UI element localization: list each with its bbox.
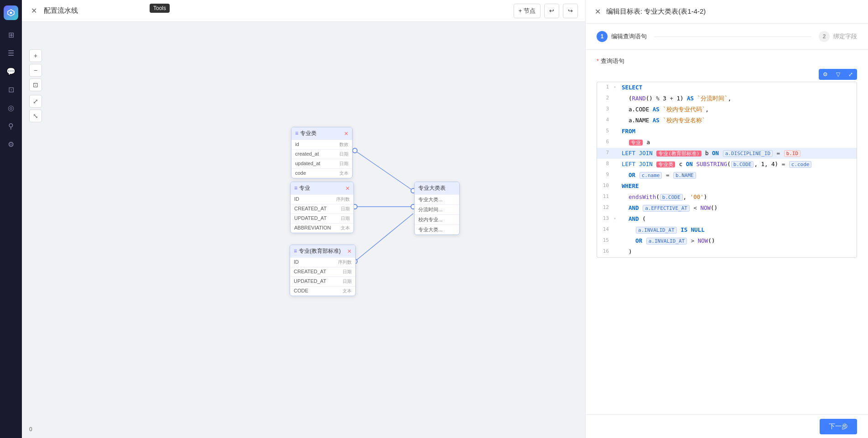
step-2-label: 绑定字段 [833, 32, 857, 41]
svg-line-8 [355, 214, 413, 261]
code-editor[interactable]: 1 ▾ SELECT 2 (RAND() % 3 + 1) AS `分流时间`,… [597, 82, 857, 258]
step-1[interactable]: 1 编辑查询语句 [597, 31, 647, 42]
table-row: ID序列数 [290, 257, 355, 267]
sidebar-icon-table[interactable]: ⊡ [4, 82, 18, 97]
zoom-in-button[interactable]: + [29, 49, 42, 62]
close-button[interactable]: ✕ [29, 6, 38, 16]
step-1-label: 编辑查询语句 [611, 32, 647, 41]
table-header-zhuanye: ≡专业 ✕ [291, 182, 353, 194]
expand-controls: ⤢ ⤡ [29, 95, 42, 122]
expand-button[interactable]: ⤢ [29, 95, 42, 108]
result-row: 专业大类... [415, 194, 459, 204]
code-line-6: 6 专业 a [597, 137, 857, 148]
table-zhuanyel[interactable]: ≡专业类 ✕ id数效 created_at日期 updated_at日期 co… [291, 127, 353, 178]
redo-button[interactable]: ↪ [563, 4, 578, 18]
right-panel-header: ✕ 编辑目标表: 专业大类表(表1-4-2) [586, 0, 868, 24]
table-row: created_at日期 [291, 149, 352, 159]
step-divider [654, 36, 811, 37]
collapse-button[interactable]: ⤡ [29, 110, 42, 122]
table-row: CREATED_AT日期 [291, 204, 353, 214]
table-row: ABBREVIATION文本 [291, 223, 353, 233]
add-node-button[interactable]: + 节点 [514, 4, 541, 18]
table-row: code文本 [291, 168, 352, 178]
code-line-7: 7 LEFT JOIN 专业(教育部标准) b ON a.DISCIPLINE_… [597, 148, 857, 159]
svg-point-4 [353, 148, 357, 153]
table-row: updated_at日期 [291, 159, 352, 168]
tools-tooltip: Tools [150, 4, 170, 13]
steps: 1 编辑查询语句 2 绑定字段 [586, 24, 868, 50]
app-logo [4, 5, 18, 20]
code-line-13: 13 ▾ AND ( [597, 214, 857, 224]
delete-table-zhuanyel[interactable]: ✕ [344, 130, 348, 137]
code-line-4: 4 a.NAME AS `校内专业名称` [597, 115, 857, 126]
result-header: 专业大类表 [415, 182, 459, 194]
code-line-2: 2 (RAND() % 3 + 1) AS `分流时间`, [597, 93, 857, 104]
canvas-controls: + − ⊡ [29, 49, 42, 91]
table-row: UPDATED_AT日期 [290, 276, 355, 286]
sidebar: ⊞ ☰ 💬 ⊡ ◎ ⚲ ⚙ [0, 0, 22, 438]
svg-line-2 [355, 151, 413, 191]
svg-point-1 [10, 12, 12, 14]
right-panel-footer: 下一步 [586, 414, 868, 438]
result-row: 校内专业... [415, 214, 459, 224]
table-row: ID序列数 [291, 194, 353, 204]
sidebar-icon-settings[interactable]: ⚙ [4, 137, 18, 151]
result-row: 专业大类... [415, 224, 459, 235]
code-line-5: 5 FROM [597, 126, 857, 137]
code-line-12: 12 AND a.EFFECTIVE_AT < NOW() [597, 203, 857, 214]
table-row: UPDATED_AT日期 [291, 214, 353, 223]
undo-button[interactable]: ↩ [544, 4, 559, 18]
code-line-11: 11 endsWith(b.CODE, '00') [597, 192, 857, 203]
query-tool-btn-1[interactable]: ⚙ [819, 69, 832, 80]
zoom-out-button[interactable]: − [29, 64, 42, 77]
code-line-15: 15 OR a.INVALID_AT > NOW() [597, 235, 857, 246]
step-1-num: 1 [597, 31, 608, 42]
sidebar-icon-search[interactable]: ⚲ [4, 119, 18, 133]
fit-view-button[interactable]: ⊡ [29, 78, 42, 91]
right-panel: ✕ 编辑目标表: 专业大类表(表1-4-2) 1 编辑查询语句 2 绑定字段 查… [585, 0, 868, 438]
query-label: 查询语句 [597, 57, 857, 65]
toolbar: + 节点 ↩ ↪ [514, 4, 578, 18]
right-panel-close-button[interactable]: ✕ [595, 7, 601, 16]
step-2-num: 2 [819, 31, 830, 42]
step-2[interactable]: 2 绑定字段 [819, 31, 857, 42]
query-tool-btn-3[interactable]: ⤢ [844, 69, 857, 80]
table-row: CODE文本 [290, 286, 355, 296]
table-row: id数效 [291, 140, 352, 149]
code-line-8: 8 LEFT JOIN 专业类 c ON SUBSTRING(b.CODE, 1… [597, 159, 857, 170]
next-step-button[interactable]: 下一步 [820, 419, 857, 434]
canvas-counter: 0 [29, 426, 32, 433]
sidebar-icon-list[interactable]: ☰ [4, 46, 18, 60]
canvas-area[interactable]: + − ⊡ ⤢ ⤡ ≡专业类 ✕ id数效 [22, 22, 585, 438]
table-header-zhuanyel: ≡专业类 ✕ [291, 127, 352, 140]
result-node[interactable]: 专业大类表 专业大类... 分流时间... 校内专业... 专业大类... [414, 182, 460, 235]
table-jiaoyu[interactable]: ≡专业(教育部标准) ✕ ID序列数 CREATED_AT日期 UPDATED_… [290, 245, 356, 296]
table-zhuanye[interactable]: ≡专业 ✕ ID序列数 CREATED_AT日期 UPDATED_AT日期 AB… [290, 182, 354, 233]
delete-table-zhuanye[interactable]: ✕ [345, 185, 350, 192]
sidebar-icon-home[interactable]: ⊞ [4, 27, 18, 42]
code-line-10: 10 WHERE [597, 181, 857, 192]
code-line-3: 3 a.CODE AS `校内专业代码`, [597, 104, 857, 115]
code-line-16: 16 ) [597, 246, 857, 257]
main-area: ✕ 配置流水线 + 节点 ↩ ↪ Tools + − ⊡ ⤢ ⤡ [22, 0, 585, 438]
code-line-9: 9 OR c.name = b.NAME [597, 170, 857, 181]
result-row: 分流时间... [415, 204, 459, 214]
query-tool-btn-2[interactable]: ▽ [832, 69, 844, 80]
right-panel-title: 编辑目标表: 专业大类表(表1-4-2) [606, 7, 706, 16]
sidebar-icon-location[interactable]: ◎ [4, 100, 18, 115]
query-section: 查询语句 ⚙ ▽ ⤢ 1 ▾ SELECT 2 (RAND() % 3 + 1)… [586, 50, 868, 414]
code-line-14: 14 a.INVALID_AT IS NULL [597, 224, 857, 235]
code-line-1: 1 ▾ SELECT [597, 82, 857, 93]
delete-table-jiaoyu[interactable]: ✕ [347, 248, 352, 255]
sidebar-icon-chat[interactable]: 💬 [4, 64, 18, 78]
page-title: 配置流水线 [44, 6, 78, 15]
table-row: CREATED_AT日期 [290, 267, 355, 276]
table-header-jiaoyu: ≡专业(教育部标准) ✕ [290, 245, 355, 257]
top-bar: ✕ 配置流水线 + 节点 ↩ ↪ Tools [22, 0, 585, 22]
